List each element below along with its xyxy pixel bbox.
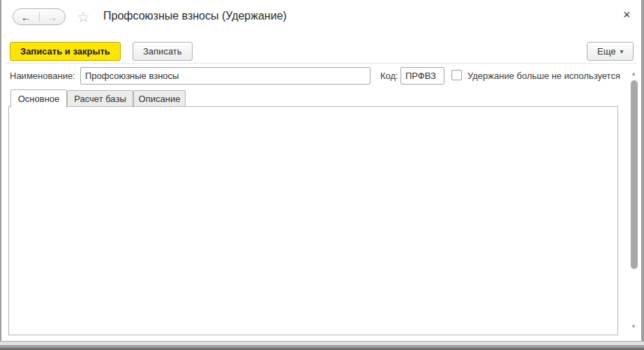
more-button[interactable]: Еще ▾	[587, 42, 634, 61]
scrollbar-up-icon[interactable]: ▲	[631, 71, 636, 77]
forward-icon[interactable]: →	[40, 9, 66, 24]
save-and-close-button[interactable]: Записать и закрыть	[10, 42, 121, 61]
tab-content-panel	[8, 106, 618, 335]
scrollbar-down-icon[interactable]: ▼	[631, 323, 636, 330]
favorite-star-icon[interactable]: ☆	[77, 9, 90, 26]
page-title: Профсоюзные взносы (Удержание)	[103, 10, 287, 22]
more-button-label: Еще	[597, 46, 615, 57]
code-input[interactable]	[400, 67, 444, 85]
nav-history-group: ← →	[13, 8, 66, 25]
chevron-down-icon: ▾	[620, 48, 623, 55]
name-input[interactable]	[80, 67, 370, 85]
not-used-checkbox[interactable]	[451, 70, 462, 80]
toolbar-separator	[6, 63, 637, 64]
tab-calculation-base[interactable]: Расчет базы	[67, 90, 133, 106]
tab-main[interactable]: Основное	[10, 89, 67, 108]
back-icon[interactable]: ←	[13, 9, 39, 24]
save-button[interactable]: Записать	[133, 42, 193, 61]
scrollbar-thumb[interactable]	[631, 80, 638, 269]
code-field-label: Код:	[380, 71, 398, 81]
name-field-label: Наименование:	[10, 71, 75, 81]
tab-description[interactable]: Описание	[133, 90, 186, 106]
window-border-right	[641, 0, 644, 350]
not-used-checkbox-label: Удержание больше не используется	[467, 71, 620, 81]
window-border-left	[0, 0, 1, 350]
close-icon[interactable]: ×	[623, 8, 631, 21]
